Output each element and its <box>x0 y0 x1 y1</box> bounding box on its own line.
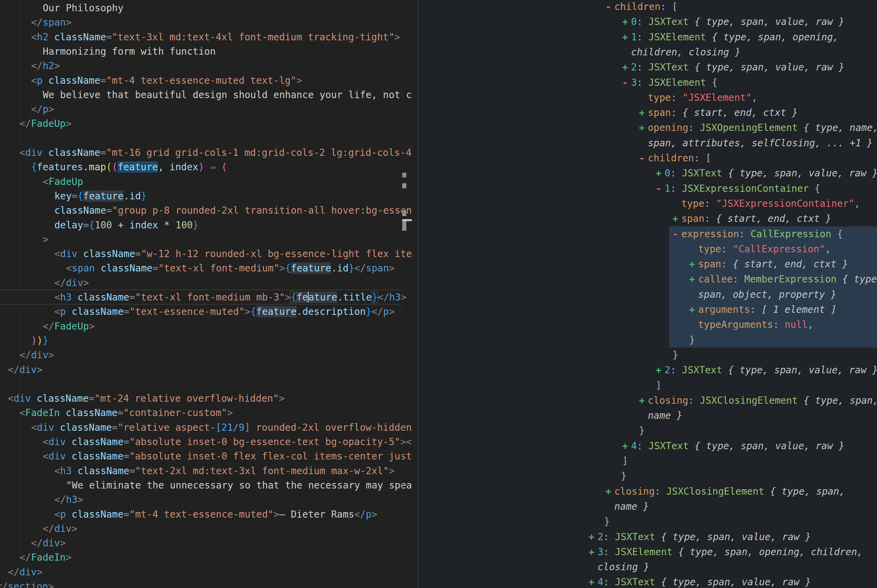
ast-punctuation: ] <box>656 380 662 391</box>
tree-expand-icon[interactable]: + <box>622 14 631 29</box>
ast-node-type: JSXClosingElement <box>700 395 798 406</box>
tree-collapse-icon[interactable]: - <box>622 75 631 90</box>
ast-tree-row[interactable]: -children: [ <box>639 151 711 166</box>
tree-collapse-icon[interactable]: - <box>656 181 665 196</box>
ast-explorer-screen: { "colors": { "bg-left":"#212121","bg-ri… <box>0 0 877 588</box>
tree-expand-icon[interactable]: + <box>589 544 598 560</box>
ast-tree-row[interactable]: +2: JSXText { type, span, value, raw } <box>589 530 811 545</box>
ast-node-type: JSXElement <box>615 546 673 558</box>
ast-punctuation: { <box>809 183 820 194</box>
tree-expand-icon[interactable]: + <box>673 211 681 226</box>
tree-expand-icon[interactable]: + <box>689 302 698 317</box>
ast-string-value: "JSXExpressionContainer" <box>716 198 854 209</box>
ast-tree-row[interactable]: children, closing } <box>631 45 740 60</box>
ast-tree-row[interactable]: +callee: MemberExpression { type, <box>689 272 877 287</box>
ast-tree-row[interactable]: +2: JSXText { type, span, value, raw } <box>622 60 844 75</box>
ast-tree-row[interactable]: +closing: JSXClosingElement { type, span… <box>605 484 845 500</box>
ast-tree-row[interactable]: type: "CallExpression", <box>698 242 831 257</box>
ast-preview: { type, span, <box>797 395 877 406</box>
ast-tree-row[interactable]: -3: JSXElement { <box>622 75 718 91</box>
ast-preview: { type, <box>836 273 877 285</box>
tree-expand-icon[interactable]: + <box>589 574 598 588</box>
ast-node-type: JSXText <box>649 440 689 452</box>
tree-expand-icon[interactable]: + <box>639 105 648 120</box>
ast-tree-row[interactable]: +4: JSXText { type, span, value, raw } <box>589 574 811 588</box>
tree-expand-icon[interactable]: + <box>656 363 665 378</box>
ast-index: 1 <box>631 32 637 43</box>
tree-expand-icon[interactable]: + <box>622 60 631 75</box>
ast-punctuation: : <box>637 77 649 88</box>
ast-tree-row[interactable]: type: "JSXElement", <box>648 90 757 106</box>
ast-tree-content[interactable]: -children: [+0: JSXText { type, span, va… <box>0 0 877 588</box>
ast-tree-row[interactable]: +0: JSXText { type, span, value, raw } <box>622 14 844 30</box>
ast-tree-row[interactable]: +span: { start, end, ctxt } <box>639 105 797 121</box>
ast-tree-row[interactable]: +arguments: [ 1 element ] <box>689 302 836 318</box>
ast-punctuation: : <box>704 198 716 209</box>
ast-node-type: JSXElement <box>649 77 706 88</box>
ast-tree-row[interactable]: name } <box>614 499 649 514</box>
ast-tree-row[interactable]: +span: { start, end, ctxt } <box>673 211 831 226</box>
ast-node-type: JSXText <box>682 364 722 376</box>
ast-tree-row[interactable]: span, object, property } <box>698 287 836 303</box>
tree-expand-icon[interactable]: + <box>639 120 648 135</box>
ast-punctuation: { <box>831 228 843 240</box>
ast-tree-row[interactable]: +opening: JSXOpeningElement { type, name… <box>639 120 877 136</box>
tree-expand-icon[interactable]: + <box>689 272 698 287</box>
panel-splitter[interactable] <box>417 0 418 588</box>
tree-collapse-icon[interactable]: - <box>639 151 648 166</box>
tree-expand-icon[interactable]: + <box>589 530 598 544</box>
ast-tree-row[interactable]: } <box>639 423 645 439</box>
ast-preview: { start, end, ctxt } <box>733 258 848 270</box>
ast-tree-row[interactable]: } <box>604 514 610 530</box>
ast-punctuation: ] <box>622 455 628 466</box>
tree-expand-icon[interactable]: + <box>622 439 631 454</box>
ast-punctuation: : <box>670 183 682 194</box>
ast-tree-row[interactable]: +4: JSXText { type, span, value, raw } <box>622 439 844 454</box>
ast-tree-row[interactable]: +0: JSXText { type, span, value, raw } <box>656 166 877 181</box>
tree-expand-icon[interactable]: + <box>639 393 648 408</box>
ast-tree-row[interactable]: typeArguments: null, <box>698 317 813 333</box>
ast-preview: { type, span, value, raw } <box>689 440 844 452</box>
ast-tree-row[interactable]: +2: JSXText { type, span, value, raw } <box>656 363 877 378</box>
ast-tree-row[interactable]: +1: JSXElement { type, span, opening, <box>622 30 839 45</box>
ast-tree-row[interactable]: span, attributes, selfClosing, ... +1 } <box>648 136 872 151</box>
ast-punctuation: , <box>854 198 860 209</box>
ast-key: type <box>681 198 704 209</box>
tree-expand-icon[interactable]: + <box>656 166 665 181</box>
ast-tree-row[interactable]: ] <box>622 454 628 469</box>
ast-tree-row[interactable]: -children: [ <box>605 0 677 15</box>
ast-preview: { start, end, ctxt } <box>716 213 831 224</box>
ast-tree-row[interactable]: } <box>689 333 695 348</box>
ast-index: 2 <box>631 62 637 73</box>
ast-tree-row[interactable]: -expression: CallExpression { <box>673 226 843 242</box>
ast-punctuation: : [ <box>694 153 712 164</box>
ast-tree-row[interactable]: } <box>621 469 627 484</box>
ast-node-type: JSXExpressionContainer <box>682 183 809 194</box>
ast-tree-row[interactable]: type: "JSXExpressionContainer", <box>681 196 860 212</box>
ast-tree-row[interactable]: +span: { start, end, ctxt } <box>689 257 848 272</box>
ast-preview: name } <box>614 501 649 512</box>
ast-node-type: JSXElement <box>649 32 706 43</box>
ast-tree-row[interactable]: closing } <box>598 560 650 575</box>
tree-collapse-icon[interactable]: - <box>605 0 614 14</box>
ast-tree-row[interactable]: +closing: JSXClosingElement { type, span… <box>639 393 877 408</box>
ast-tree-row[interactable]: } <box>673 348 678 363</box>
ast-punctuation: } <box>639 425 645 436</box>
ast-punctuation: : <box>637 62 649 73</box>
ast-punctuation: , <box>825 243 831 255</box>
ast-key: span <box>698 258 721 270</box>
ast-punctuation: : <box>739 228 751 240</box>
ast-tree-row[interactable]: name } <box>648 408 682 424</box>
ast-punctuation: : <box>773 319 785 330</box>
ast-tree-row[interactable]: ] <box>656 378 662 393</box>
tree-expand-icon[interactable]: + <box>689 257 698 272</box>
ast-preview: { type, span, value, raw } <box>689 16 844 27</box>
ast-preview: { type, span, value, raw } <box>689 62 844 73</box>
ast-tree-row[interactable]: -1: JSXExpressionContainer { <box>656 181 820 196</box>
ast-punctuation: } <box>689 334 695 346</box>
tree-collapse-icon[interactable]: - <box>673 226 681 242</box>
ast-tree-row[interactable]: +3: JSXElement { type, span, opening, ch… <box>589 544 863 560</box>
tree-expand-icon[interactable]: + <box>622 30 631 45</box>
ast-index: 4 <box>598 576 604 588</box>
tree-expand-icon[interactable]: + <box>605 484 614 499</box>
